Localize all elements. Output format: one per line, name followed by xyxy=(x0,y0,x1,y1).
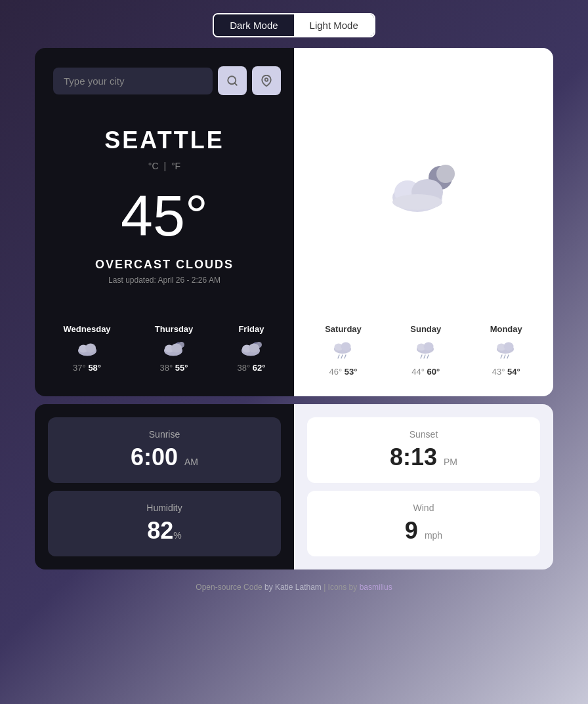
fahrenheit-label[interactable]: °F xyxy=(171,161,180,171)
svg-line-25 xyxy=(338,355,339,358)
mode-toggle: Dark Mode Light Mode xyxy=(213,13,375,37)
weather-icon-area xyxy=(312,159,535,218)
svg-line-37 xyxy=(501,355,502,358)
forecast-grid-light: Saturday 46° 53° Sunday xyxy=(294,324,553,377)
search-input[interactable] xyxy=(53,68,213,94)
svg-point-36 xyxy=(504,342,514,351)
sunset-box: Sunset 8:13 PM xyxy=(307,417,540,483)
light-mode-button[interactable]: Light Mode xyxy=(294,14,374,36)
forecast-right-panel: Saturday 46° 53° Sunday xyxy=(294,324,553,396)
forecast-friday: Friday 38° 62° xyxy=(237,324,265,373)
unit-separator: | xyxy=(163,161,166,171)
svg-line-33 xyxy=(427,355,429,358)
wind-box: Wind 9 mph xyxy=(307,491,540,556)
search-icon xyxy=(226,75,238,87)
stats-card: Sunrise 6:00 AM Humidity 82% Sunset 8:13… xyxy=(35,404,553,569)
svg-point-24 xyxy=(341,342,351,351)
condition-label: OVERCAST CLOUDS xyxy=(53,258,276,272)
footer-link1[interactable]: by Katie Latham xyxy=(264,583,322,592)
svg-line-1 xyxy=(234,83,236,85)
weather-left-panel: SEATTLE °C | °F 45° OVERCAST CLOUDS Last… xyxy=(35,114,294,324)
svg-point-2 xyxy=(265,78,268,81)
forecast-thursday: Thursday 38° 55° xyxy=(155,324,194,373)
svg-line-32 xyxy=(424,355,425,358)
location-icon xyxy=(261,75,272,87)
sunset-value: 8:13 PM xyxy=(320,444,527,471)
forecast-saturday: Saturday 46° 53° xyxy=(325,324,362,377)
stats-right-panel: Sunset 8:13 PM Wind 9 mph xyxy=(294,404,553,569)
forecast-day-name-mon: Monday xyxy=(490,324,522,334)
forecast-monday: Monday 43° 54° xyxy=(490,324,522,377)
stats-left-panel: Sunrise 6:00 AM Humidity 82% xyxy=(35,404,294,569)
temperature-display: 45° xyxy=(53,187,276,245)
forecast-temps-thu: 38° 55° xyxy=(160,363,188,373)
svg-point-4 xyxy=(436,165,455,183)
svg-point-11 xyxy=(85,344,96,353)
svg-line-39 xyxy=(507,355,509,358)
footer-link2[interactable]: basmilius xyxy=(360,583,392,592)
forecast-sunday: Sunday 44° 60° xyxy=(410,324,441,377)
forecast-grid-dark: Wednesday 37° 58° Thursday xyxy=(35,324,294,373)
temp-unit-dark: °C | °F xyxy=(53,161,276,171)
weather-section: SEATTLE °C | °F 45° OVERCAST CLOUDS Last… xyxy=(35,114,553,324)
forecast-day-name-wed: Wednesday xyxy=(64,324,111,334)
celsius-label[interactable]: °C xyxy=(148,161,159,171)
forecast-left-panel: Wednesday 37° 58° Thursday xyxy=(35,324,294,396)
wind-label: Wind xyxy=(320,503,527,513)
rain-icon-sat xyxy=(330,339,356,362)
search-button[interactable] xyxy=(218,66,247,95)
forecast-day-name-sat: Saturday xyxy=(325,324,362,334)
svg-line-38 xyxy=(504,355,505,358)
cloud-icon-thu xyxy=(161,339,187,358)
search-left-panel xyxy=(35,48,294,114)
main-card: SEATTLE °C | °F 45° OVERCAST CLOUDS Last… xyxy=(35,48,553,396)
wind-value: 9 mph xyxy=(320,517,527,545)
forecast-day-name-sun: Sunday xyxy=(410,324,441,334)
footer-text1: Open-source Code xyxy=(196,583,264,592)
svg-point-16 xyxy=(171,344,182,353)
forecast-temps-sat: 46° 53° xyxy=(329,367,358,377)
forecast-temps-sun: 44° 60° xyxy=(411,367,440,377)
svg-point-30 xyxy=(423,342,433,351)
cloud-icon-wed xyxy=(74,339,100,358)
location-button[interactable] xyxy=(252,66,281,95)
footer-text2: | Icons by xyxy=(322,583,360,592)
weather-right-panel xyxy=(294,114,553,324)
search-section xyxy=(35,48,553,114)
humidity-box: Humidity 82% xyxy=(48,491,281,556)
sunrise-label: Sunrise xyxy=(61,429,268,440)
svg-line-31 xyxy=(421,355,422,358)
forecast-temps-wed: 37° 58° xyxy=(73,363,101,373)
svg-point-21 xyxy=(249,344,259,353)
forecast-temps-mon: 43° 54° xyxy=(492,367,520,377)
forecast-section: Wednesday 37° 58° Thursday xyxy=(35,324,553,396)
sunrise-value: 6:00 AM xyxy=(61,444,268,471)
search-right-panel xyxy=(294,48,553,114)
search-bar xyxy=(53,66,281,95)
sunset-label: Sunset xyxy=(320,429,527,440)
rain-icon-sun xyxy=(413,339,439,362)
svg-line-27 xyxy=(345,355,346,358)
rain-icon-mon xyxy=(493,339,519,362)
cloud-icon-fri xyxy=(238,339,264,358)
forecast-temps-fri: 38° 62° xyxy=(237,363,265,373)
svg-point-8 xyxy=(392,194,442,210)
svg-line-26 xyxy=(341,355,343,358)
forecast-day-name-fri: Friday xyxy=(238,324,264,334)
forecast-day-name-thu: Thursday xyxy=(155,324,194,334)
last-updated-label: Last updated: April 26 - 2:26 AM xyxy=(53,276,276,285)
sunrise-box: Sunrise 6:00 AM xyxy=(48,417,281,483)
dark-mode-button[interactable]: Dark Mode xyxy=(214,14,293,36)
humidity-value: 82% xyxy=(61,517,268,545)
humidity-label: Humidity xyxy=(61,503,268,513)
city-name-dark: SEATTLE xyxy=(53,127,276,154)
forecast-wednesday: Wednesday 37° 58° xyxy=(64,324,111,373)
overcast-cloud-icon xyxy=(381,159,467,218)
footer: Open-source Code by Katie Latham | Icons… xyxy=(196,583,392,592)
